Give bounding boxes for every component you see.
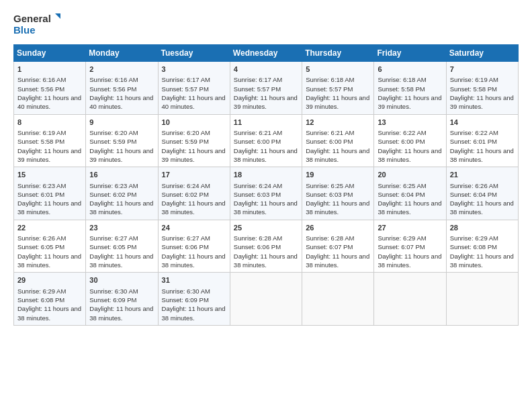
logo-icon: General Blue [13, 11, 60, 38]
day-number: 20 [378, 170, 442, 180]
day-number: 4 [234, 64, 298, 75]
table-cell: 24Sunrise: 6:27 AMSunset: 6:06 PMDayligh… [158, 220, 230, 273]
day-number: 9 [89, 118, 154, 128]
table-cell: 7Sunrise: 6:19 AMSunset: 5:58 PMDaylight… [446, 62, 518, 115]
calendar-table: Sunday Monday Tuesday Wednesday Thursday… [13, 44, 519, 326]
table-cell: 9Sunrise: 6:20 AMSunset: 5:59 PMDaylight… [86, 114, 158, 167]
table-cell: 14Sunrise: 6:22 AMSunset: 6:01 PMDayligh… [446, 114, 518, 167]
table-cell: 17Sunrise: 6:24 AMSunset: 6:02 PMDayligh… [158, 167, 230, 220]
day-number: 30 [89, 275, 154, 285]
calendar-week-row: 15Sunrise: 6:23 AMSunset: 6:01 PMDayligh… [14, 167, 519, 220]
day-number: 28 [450, 223, 515, 233]
day-number: 19 [306, 170, 370, 180]
day-number: 5 [306, 64, 370, 75]
day-number: 31 [162, 275, 226, 285]
table-cell: 16Sunrise: 6:23 AMSunset: 6:02 PMDayligh… [86, 167, 158, 220]
table-cell: 1Sunrise: 6:16 AMSunset: 5:56 PMDaylight… [14, 62, 86, 115]
day-number: 3 [162, 64, 226, 75]
day-number: 13 [378, 118, 442, 128]
calendar-week-row: 22Sunrise: 6:26 AMSunset: 6:05 PMDayligh… [14, 220, 519, 273]
table-cell: 3Sunrise: 6:17 AMSunset: 5:57 PMDaylight… [158, 62, 230, 115]
table-cell: 15Sunrise: 6:23 AMSunset: 6:01 PMDayligh… [14, 167, 86, 220]
day-number: 15 [17, 170, 82, 180]
day-number: 14 [450, 118, 515, 128]
col-wednesday: Wednesday [230, 45, 302, 62]
svg-text:General: General [13, 13, 51, 24]
table-cell: 25Sunrise: 6:28 AMSunset: 6:06 PMDayligh… [230, 220, 302, 273]
day-number: 1 [17, 64, 82, 75]
table-cell: 28Sunrise: 6:29 AMSunset: 6:08 PMDayligh… [446, 220, 518, 273]
day-number: 10 [162, 118, 226, 128]
day-number: 21 [450, 170, 515, 180]
calendar-week-row: 29Sunrise: 6:29 AMSunset: 6:08 PMDayligh… [14, 273, 519, 326]
table-cell: 8Sunrise: 6:19 AMSunset: 5:58 PMDaylight… [14, 114, 86, 167]
table-cell: 30Sunrise: 6:30 AMSunset: 6:09 PMDayligh… [86, 273, 158, 326]
table-cell [230, 273, 302, 326]
day-number: 25 [234, 223, 298, 233]
table-cell [302, 273, 374, 326]
page: General Blue Sunday Monday Tuesday Wedne… [0, 0, 532, 411]
day-number: 6 [378, 64, 442, 75]
table-cell: 2Sunrise: 6:16 AMSunset: 5:56 PMDaylight… [86, 62, 158, 115]
table-cell [374, 273, 446, 326]
table-cell: 27Sunrise: 6:29 AMSunset: 6:07 PMDayligh… [374, 220, 446, 273]
day-number: 17 [162, 170, 226, 180]
table-cell: 5Sunrise: 6:18 AMSunset: 5:57 PMDaylight… [302, 62, 374, 115]
table-cell: 18Sunrise: 6:24 AMSunset: 6:03 PMDayligh… [230, 167, 302, 220]
calendar-week-row: 8Sunrise: 6:19 AMSunset: 5:58 PMDaylight… [14, 114, 519, 167]
logo: General Blue [13, 11, 60, 38]
day-number: 11 [234, 118, 298, 128]
table-cell: 20Sunrise: 6:25 AMSunset: 6:04 PMDayligh… [374, 167, 446, 220]
table-cell: 29Sunrise: 6:29 AMSunset: 6:08 PMDayligh… [14, 273, 86, 326]
svg-marker-2 [55, 13, 60, 19]
calendar-week-row: 1Sunrise: 6:16 AMSunset: 5:56 PMDaylight… [14, 62, 519, 115]
day-number: 18 [234, 170, 298, 180]
day-number: 12 [306, 118, 370, 128]
table-cell: 12Sunrise: 6:21 AMSunset: 6:00 PMDayligh… [302, 114, 374, 167]
table-cell: 10Sunrise: 6:20 AMSunset: 5:59 PMDayligh… [158, 114, 230, 167]
day-number: 16 [89, 170, 154, 180]
col-saturday: Saturday [446, 45, 518, 62]
table-cell: 23Sunrise: 6:27 AMSunset: 6:05 PMDayligh… [86, 220, 158, 273]
day-number: 24 [162, 223, 226, 233]
table-cell: 31Sunrise: 6:30 AMSunset: 6:09 PMDayligh… [158, 273, 230, 326]
calendar-header-row: Sunday Monday Tuesday Wednesday Thursday… [14, 45, 519, 62]
col-tuesday: Tuesday [158, 45, 230, 62]
col-sunday: Sunday [14, 45, 86, 62]
day-number: 7 [450, 64, 515, 75]
table-cell: 6Sunrise: 6:18 AMSunset: 5:58 PMDaylight… [374, 62, 446, 115]
day-number: 2 [89, 64, 154, 75]
col-thursday: Thursday [302, 45, 374, 62]
day-number: 26 [306, 223, 370, 233]
day-number: 27 [378, 223, 442, 233]
table-cell: 21Sunrise: 6:26 AMSunset: 6:04 PMDayligh… [446, 167, 518, 220]
day-number: 8 [17, 118, 82, 128]
table-cell [446, 273, 518, 326]
col-friday: Friday [374, 45, 446, 62]
day-number: 22 [17, 223, 82, 233]
svg-text:Blue: Blue [13, 24, 36, 36]
table-cell: 4Sunrise: 6:17 AMSunset: 5:57 PMDaylight… [230, 62, 302, 115]
table-cell: 19Sunrise: 6:25 AMSunset: 6:03 PMDayligh… [302, 167, 374, 220]
table-cell: 26Sunrise: 6:28 AMSunset: 6:07 PMDayligh… [302, 220, 374, 273]
day-number: 29 [17, 275, 82, 285]
table-cell: 13Sunrise: 6:22 AMSunset: 6:00 PMDayligh… [374, 114, 446, 167]
header: General Blue [13, 11, 519, 38]
day-number: 23 [89, 223, 154, 233]
table-cell: 22Sunrise: 6:26 AMSunset: 6:05 PMDayligh… [14, 220, 86, 273]
col-monday: Monday [86, 45, 158, 62]
table-cell: 11Sunrise: 6:21 AMSunset: 6:00 PMDayligh… [230, 114, 302, 167]
